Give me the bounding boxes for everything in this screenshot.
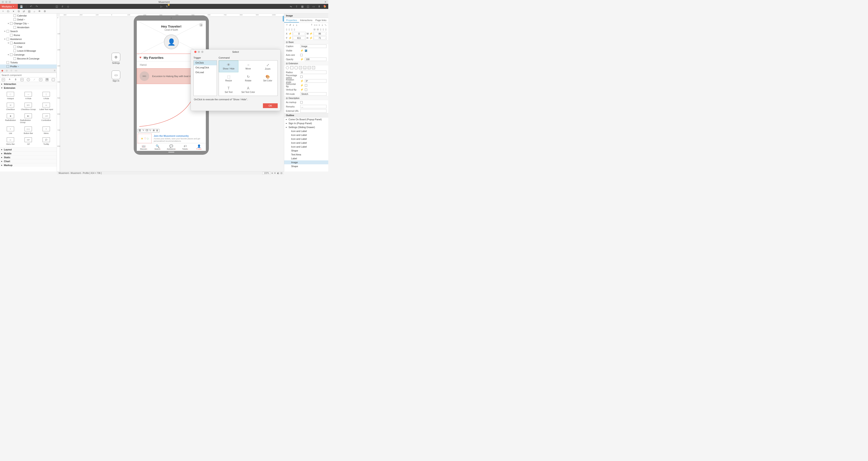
fit-icon[interactable]: ⊡ xyxy=(280,172,282,174)
vflip-check[interactable] xyxy=(305,89,307,91)
w-field[interactable]: 86 xyxy=(313,32,327,35)
undo-icon[interactable]: ↶ xyxy=(29,5,33,8)
community-block[interactable]: 🖼✎⌫↻🖶🗑 ★ ♡ ◇ Join the Musement community… xyxy=(137,133,206,143)
export-icon[interactable]: ⇋ xyxy=(289,5,293,8)
pradius-check[interactable] xyxy=(300,75,303,78)
tree-row[interactable]: Calendar xyxy=(0,14,57,18)
outline-row[interactable]: ▸Sign In (Popup Panel) xyxy=(284,121,328,125)
brightness-icon[interactable]: ☀ xyxy=(274,172,276,174)
component-item[interactable]: ≡Menu xyxy=(37,125,55,136)
command-option[interactable]: →Move xyxy=(238,61,258,72)
cat-extension[interactable]: ▾Extension xyxy=(0,86,57,90)
trigger-option[interactable]: OnLoad xyxy=(194,70,217,75)
align-row-1[interactable]: ⤒⇵⤓⤓⤒⟷≡⤓⤡ xyxy=(284,23,328,27)
contrast-icon[interactable]: ◐ xyxy=(277,172,279,174)
search2-icon[interactable]: ⌕ xyxy=(33,9,36,13)
opacity-field[interactable]: 100 xyxy=(305,58,327,61)
outline-list[interactable]: ▸Come On Board (Popup Panel)▸Sign In (Po… xyxy=(284,118,328,171)
grid-icon[interactable]: # xyxy=(61,5,64,8)
redo-icon[interactable]: ↷ xyxy=(35,5,38,8)
component-item[interactable]: GIFGif xyxy=(20,136,37,146)
brand-menu[interactable]: Mockplus xyxy=(0,4,18,9)
cat-layout[interactable]: ▸Layout xyxy=(0,147,57,151)
canvas[interactable]: -300-200-1000100200300400500600700800900… xyxy=(57,14,284,171)
modal-titlebar[interactable]: Select xyxy=(191,50,280,54)
zoom-dropdown-icon[interactable]: ▾ xyxy=(272,172,273,174)
mock-tabbar[interactable]: 📖Discover•🔍Search•💬Assistance•🏷Tickets•👤… xyxy=(137,143,206,151)
outline-row[interactable]: Icon and Label xyxy=(284,141,328,145)
caption-field[interactable]: Image xyxy=(300,44,327,48)
outline-row[interactable]: Shape xyxy=(284,164,328,168)
y-field[interactable]: 611 xyxy=(292,36,306,40)
tree-row[interactable]: Profile• xyxy=(0,64,57,68)
remarks-field[interactable]: ... xyxy=(300,105,327,108)
outline-row[interactable]: Image xyxy=(284,160,328,164)
signin-widget[interactable]: ▭ xyxy=(112,70,120,79)
lib-my-icon[interactable]: ▭ xyxy=(15,69,17,72)
play-icon[interactable]: ▷ xyxy=(160,5,163,8)
command-option[interactable]: 👁Show / Hide xyxy=(219,61,238,72)
component-item[interactable]: ☑Checkbox xyxy=(2,101,19,112)
cat-interaction[interactable]: ▸Interaction xyxy=(0,82,57,86)
tree-row[interactable]: Leave A Message xyxy=(0,49,57,53)
command-option[interactable]: TSet Text xyxy=(219,84,238,96)
mock-tab[interactable]: 📖Discover• xyxy=(137,143,151,151)
visible-check[interactable]: ✓ xyxy=(305,50,307,52)
tree-toggle-icon[interactable]: ▾ xyxy=(12,9,15,13)
avatar[interactable]: 👤 xyxy=(164,34,179,49)
outline-row[interactable]: Icon and Label xyxy=(284,145,328,149)
tree-row[interactable]: Rome xyxy=(0,33,57,37)
tree-row[interactable]: ▾Concierge xyxy=(0,53,57,57)
command-option[interactable]: ⤢Zoom xyxy=(258,61,277,72)
command-option[interactable]: ⬚Resize xyxy=(219,72,238,84)
outline-row[interactable]: Label xyxy=(284,157,328,160)
tree-row[interactable]: Chat xyxy=(0,45,57,49)
component-item[interactable]: ▭Label Text Input xyxy=(37,101,55,112)
lib-icon[interactable]: ◆ xyxy=(1,69,3,72)
trigger-option[interactable]: OnClick xyxy=(194,61,217,65)
zoom-field[interactable]: 100% xyxy=(262,172,270,174)
h-field[interactable]: 71 xyxy=(313,36,327,40)
settings-widget[interactable]: ⚙ xyxy=(112,53,120,61)
panel-handle[interactable] xyxy=(283,16,284,22)
tree-row[interactable]: Detail• xyxy=(0,18,57,22)
snap-icon[interactable]: ◫ xyxy=(55,5,58,8)
trigger-option[interactable]: OnLongClick xyxy=(194,65,217,70)
tree-row[interactable]: Tickets xyxy=(0,61,57,64)
lib-star-icon[interactable]: ☆ xyxy=(10,69,12,72)
component-item[interactable]: ⬚Hotspot xyxy=(2,91,19,101)
selection-toolbar[interactable]: 🖼✎⌫↻🖶🗑 xyxy=(138,129,159,132)
folder-icon[interactable]: 🗀 xyxy=(6,9,10,13)
x-field[interactable]: 0 xyxy=(292,32,306,35)
window-icon[interactable]: ▭ xyxy=(312,5,315,8)
outline-row[interactable]: Icon and Label xyxy=(284,129,328,133)
command-option[interactable]: ASet Text Color xyxy=(238,84,258,96)
guide-icon[interactable]: ◇ xyxy=(66,5,70,8)
component-item[interactable]: —H.Rule xyxy=(20,91,37,101)
rotation-field[interactable]: 0° xyxy=(305,79,327,83)
lib-more-icon[interactable]: ≡ xyxy=(54,69,55,72)
cat-static[interactable]: ▸Static xyxy=(0,155,57,159)
mock-tab[interactable]: 👤Profile• xyxy=(192,143,206,151)
save-icon[interactable]: 💾 xyxy=(20,5,23,8)
markup-check[interactable] xyxy=(300,101,303,103)
add-page-icon[interactable]: ＋ xyxy=(1,9,5,13)
split-icon[interactable]: ◫ xyxy=(306,5,310,8)
mock-tab[interactable]: 🏷Tickets• xyxy=(178,143,192,151)
tree-row[interactable]: ▾Change City• xyxy=(0,22,57,25)
component-item[interactable]: ▭Menu Bar xyxy=(2,136,19,146)
mock-tab[interactable]: 💬Assistance• xyxy=(164,143,178,151)
gift-icon[interactable]: ⬢1 xyxy=(323,5,327,8)
outline-row[interactable]: ▸Settings (Sliding Drawer) xyxy=(284,125,328,129)
filter-icon[interactable]: ▤ xyxy=(27,9,31,13)
share-icon[interactable]: ⇪ xyxy=(295,5,298,8)
component-library-tabs[interactable]: ◆ ☺ ☆ ▭ ≡ xyxy=(0,68,57,73)
align-row-2[interactable]: ▯▯▯▯⊟⊟▯▯▯ xyxy=(284,27,328,31)
grid2-icon[interactable]: ▦ xyxy=(301,5,304,8)
tree-row[interactable]: ▾Search xyxy=(0,29,57,33)
component-item[interactable]: ◉○RadioButton Group xyxy=(20,112,37,125)
lib-emoji-icon[interactable]: ☺ xyxy=(5,69,8,72)
search-input[interactable] xyxy=(0,73,57,77)
traffic-lights[interactable] xyxy=(2,1,11,3)
component-item[interactable]: ☑☐Checkbox Group xyxy=(20,101,37,112)
